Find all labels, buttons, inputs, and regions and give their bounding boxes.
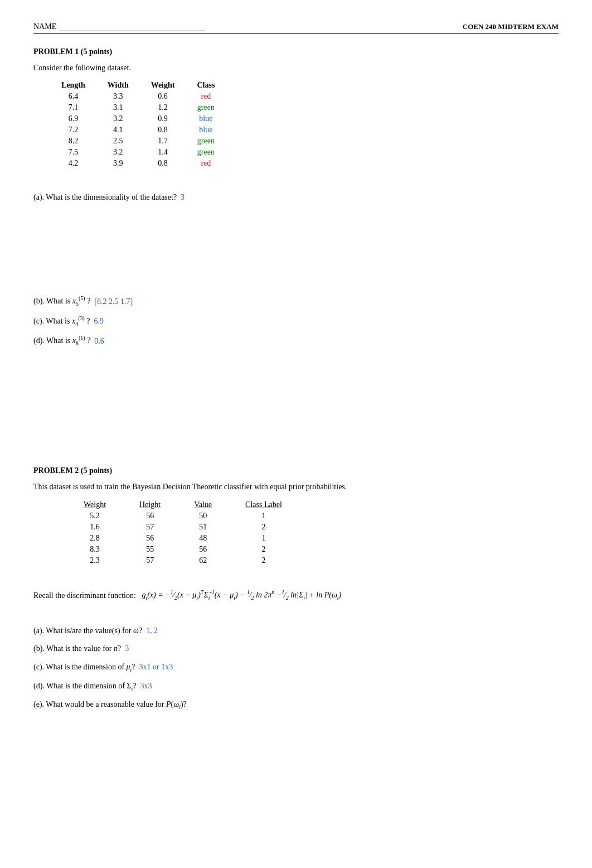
formula: gi(x) = −1⁄2(x − μi)TΣi-1(x − μi) − 1⁄2 … (142, 591, 341, 599)
table-row: 6.43.30.6red (50, 91, 226, 102)
q2d-text: (d). What is the dimension of Σi? (33, 682, 138, 690)
problem1-table: Length Width Weight Class 6.43.30.6red7.… (50, 80, 226, 169)
problem1-bcd-section: (b). What is x5(5) ? [8.2 2.5 1.7] (c). … (33, 295, 559, 348)
problem2-section: PROBLEM 2 (5 points) This dataset is use… (33, 466, 559, 712)
name-label: NAME (33, 22, 56, 31)
q1d: (d). What is x8(1) ? 0.6 (33, 334, 559, 348)
q1c-text: (c). What is x4(3) ? (33, 317, 92, 325)
col-weight: Weight (140, 80, 186, 91)
q1c-answer: 6.9 (94, 317, 104, 325)
recall-line: Recall the discriminant function: gi(x) … (33, 589, 559, 602)
problem2-intro: This dataset is used to train the Bayesi… (33, 481, 559, 493)
q2b-answer: 3 (125, 644, 129, 653)
problem2-table: Weight Height Value Class Label 5.256501… (67, 499, 299, 566)
problem2-title: PROBLEM 2 (5 points) (33, 466, 559, 475)
q1d-answer: 0.6 (94, 336, 104, 345)
q1b-text: (b). What is x5(5) ? (33, 297, 93, 305)
p2-col-value: Value (177, 499, 229, 510)
table-row: 1.657512 (67, 522, 299, 533)
q1c: (c). What is x4(3) ? 6.9 (33, 314, 559, 328)
name-underline (60, 22, 205, 31)
q1b-answer: [8.2 2.5 1.7] (94, 297, 133, 305)
exam-title: COEN 240 MIDTERM EXAM (463, 22, 559, 31)
problem1-section: PROBLEM 1 (5 points) Consider the follow… (33, 47, 559, 204)
col-length: Length (50, 80, 96, 91)
p2-col-height: Height (123, 499, 177, 510)
q2a: (a). What is/are the value(s) for ω? 1, … (33, 625, 559, 637)
table-row: 5.256501 (67, 510, 299, 522)
q1b: (b). What is x5(5) ? [8.2 2.5 1.7] (33, 295, 559, 308)
table-row: 7.13.11.2green (50, 102, 226, 113)
q2e: (e). What would be a reasonable value fo… (33, 698, 559, 712)
q2a-answer: 1, 2 (146, 626, 158, 635)
q2c: (c). What is the dimension of μi? 3x1 or… (33, 661, 559, 674)
q2c-answer: 3x1 or 1x3 (139, 663, 173, 671)
table-row: 2.856481 (67, 533, 299, 544)
table-row: 2.357622 (67, 555, 299, 566)
q1a-answer: 3 (181, 193, 185, 201)
q2a-text: (a). What is/are the value(s) for ω? (33, 626, 144, 635)
q1d-text: (d). What is x8(1) ? (33, 336, 93, 345)
col-class: Class (186, 80, 226, 91)
q1a: (a). What is the dimensionality of the d… (33, 191, 559, 204)
page-header: NAME COEN 240 MIDTERM EXAM (33, 22, 559, 34)
col-width: Width (96, 80, 140, 91)
q2e-text: (e). What would be a reasonable value fo… (33, 700, 187, 708)
table-row: 8.355562 (67, 544, 299, 555)
p2-col-class: Class Label (229, 499, 299, 510)
q2d-answer: 3x3 (140, 682, 152, 690)
q2b: (b). What is the value for n? 3 (33, 643, 559, 655)
table-row: 8.22.51.7green (50, 136, 226, 147)
problem1-intro: Consider the following dataset. (33, 62, 559, 74)
q1a-text: (a). What is the dimensionality of the d… (33, 193, 179, 201)
table-row: 4.23.90.8red (50, 158, 226, 169)
table-row: 7.24.10.8blue (50, 124, 226, 136)
q2c-text: (c). What is the dimension of μi? (33, 663, 137, 671)
table-row: 6.93.20.9blue (50, 113, 226, 124)
p2-col-weight: Weight (67, 499, 123, 510)
q2d: (d). What is the dimension of Σi? 3x3 (33, 680, 559, 693)
name-field: NAME (33, 22, 205, 31)
q2b-text: (b). What is the value for n? (33, 644, 123, 653)
table-row: 7.53.21.4green (50, 147, 226, 158)
recall-text: Recall the discriminant function: (33, 591, 140, 599)
problem1-title: PROBLEM 1 (5 points) (33, 47, 559, 56)
